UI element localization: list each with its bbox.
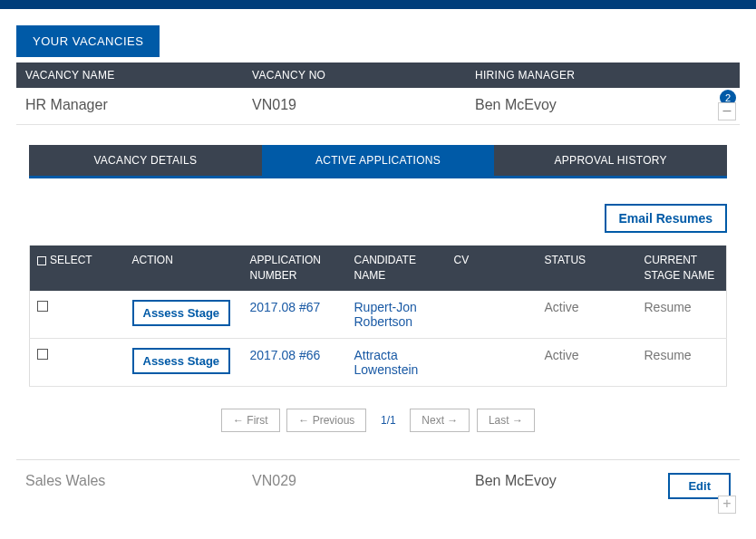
pager-next-button[interactable]: Next →: [410, 409, 470, 432]
table-row: Assess Stage 2017.08 #67 Rupert-Jon Robe…: [30, 291, 727, 339]
vacancy-panel: VACANCY DETAILS ACTIVE APPLICATIONS APPR…: [16, 125, 740, 459]
pager-first-button[interactable]: ← First: [221, 409, 280, 432]
cv-cell: [447, 338, 538, 386]
vacancy-no-cell: VN019: [243, 88, 466, 125]
col-status: STATUS: [538, 245, 637, 291]
tab-approval-history[interactable]: APPROVAL HISTORY: [494, 145, 727, 176]
vacancy-row[interactable]: Sales Wales VN029 Ben McEvoy Edit +: [16, 459, 740, 517]
table-row: Assess Stage 2017.08 #66 Attracta Lowens…: [30, 338, 727, 386]
col-candidate: CANDIDATE NAME: [347, 245, 447, 291]
hiring-manager-cell: Ben McEvoy: [475, 473, 668, 499]
vacancy-name-cell: Sales Wales: [25, 473, 252, 499]
expand-toggle[interactable]: +: [718, 496, 736, 514]
panel-actions: Email Resumes: [29, 204, 727, 233]
vacancy-row[interactable]: HR Manager VN019 Ben McEvoy 2 –: [16, 88, 740, 125]
assess-stage-button[interactable]: Assess Stage: [132, 348, 231, 374]
candidate-name-link[interactable]: Rupert-Jon Robertson: [354, 300, 417, 329]
tab-vacancy-details[interactable]: VACANCY DETAILS: [29, 145, 262, 176]
pager-info: 1/1: [381, 414, 396, 427]
tab-active-applications[interactable]: ACTIVE APPLICATIONS: [262, 145, 495, 176]
section-title: YOUR VACANCIES: [16, 25, 160, 57]
assess-stage-button[interactable]: Assess Stage: [132, 300, 231, 326]
status-text: Active: [545, 348, 579, 362]
vacancy-no-cell: VN029: [252, 473, 475, 499]
hiring-manager-text: Ben McEvoy: [475, 97, 557, 112]
stage-text: Resume: [645, 348, 692, 362]
stage-text: Resume: [645, 300, 692, 314]
candidate-name-link[interactable]: Attracta Lowenstein: [354, 348, 419, 377]
vacancy-name-cell: HR Manager: [16, 88, 243, 125]
top-accent-bar: [0, 0, 756, 9]
col-vacancy-name: VACANCY NAME: [16, 63, 243, 88]
col-action: ACTION: [125, 245, 243, 291]
col-hiring-manager: HIRING MANAGER: [466, 63, 740, 88]
applications-table: SELECT ACTION APPLICATION NUMBER CANDIDA…: [29, 245, 727, 387]
status-text: Active: [545, 300, 579, 314]
pager: ← First ← Previous 1/1 Next → Last →: [29, 409, 727, 432]
select-all-checkbox[interactable]: [37, 256, 46, 265]
application-number-link[interactable]: 2017.08 #67: [250, 300, 321, 314]
tabs: VACANCY DETAILS ACTIVE APPLICATIONS APPR…: [29, 145, 727, 178]
application-number-link[interactable]: 2017.08 #66: [250, 348, 321, 362]
col-app-no: APPLICATION NUMBER: [243, 245, 347, 291]
col-stage: CURRENT STAGE NAME: [637, 245, 727, 291]
cv-cell: [447, 291, 538, 339]
hiring-manager-cell: Ben McEvoy 2 –: [466, 88, 740, 125]
pager-prev-button[interactable]: ← Previous: [286, 409, 366, 432]
row-checkbox[interactable]: [37, 349, 48, 360]
col-select-label: SELECT: [50, 254, 92, 266]
col-select: SELECT: [30, 245, 125, 291]
col-vacancy-no: VACANCY NO: [243, 63, 466, 88]
email-resumes-button[interactable]: Email Resumes: [605, 204, 728, 233]
collapse-toggle[interactable]: –: [718, 102, 736, 120]
col-cv: CV: [447, 245, 538, 291]
row-checkbox[interactable]: [37, 301, 48, 312]
vacancies-table: VACANCY NAME VACANCY NO HIRING MANAGER H…: [16, 63, 740, 125]
pager-last-button[interactable]: Last →: [477, 409, 535, 432]
